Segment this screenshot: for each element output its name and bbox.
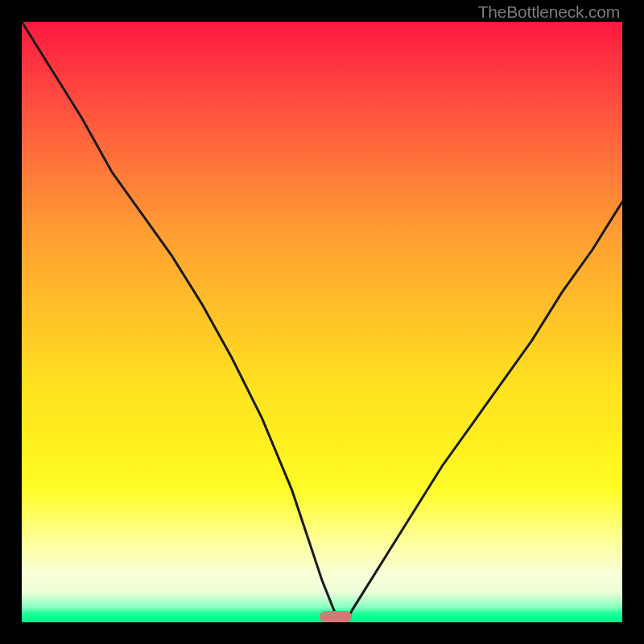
chart-frame: TheBottleneck.com bbox=[0, 0, 644, 644]
bottleneck-curve bbox=[22, 22, 622, 622]
optimal-marker bbox=[320, 611, 352, 622]
attribution-text: TheBottleneck.com bbox=[478, 2, 620, 22]
plot-area bbox=[22, 22, 622, 622]
